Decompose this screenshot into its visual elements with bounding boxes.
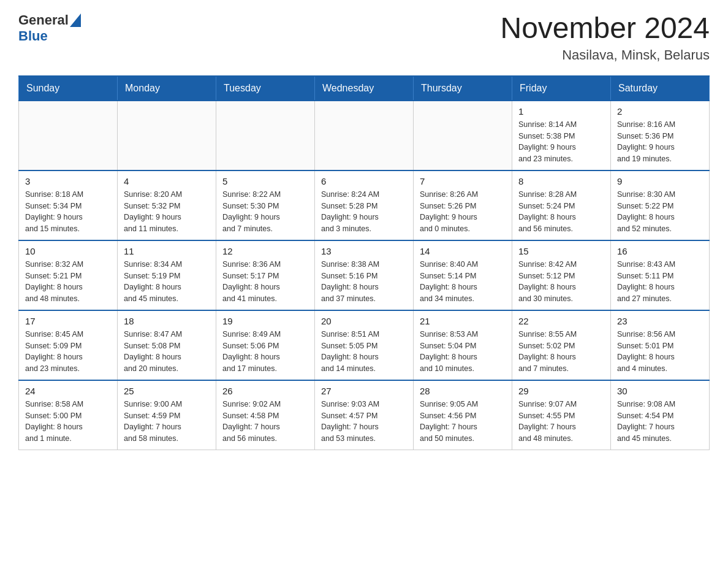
day-number: 18 <box>124 316 210 326</box>
day-info: Sunrise: 8:36 AM Sunset: 5:17 PM Dayligh… <box>222 259 308 305</box>
day-info: Sunrise: 8:49 AM Sunset: 5:06 PM Dayligh… <box>222 329 308 375</box>
calendar-cell: 19Sunrise: 8:49 AM Sunset: 5:06 PM Dayli… <box>216 310 315 380</box>
calendar-week-row: 3Sunrise: 8:18 AM Sunset: 5:34 PM Daylig… <box>19 170 710 240</box>
day-number: 29 <box>518 386 604 396</box>
day-info: Sunrise: 9:08 AM Sunset: 4:54 PM Dayligh… <box>617 399 703 445</box>
day-number: 26 <box>222 386 308 396</box>
calendar-cell: 11Sunrise: 8:34 AM Sunset: 5:19 PM Dayli… <box>118 240 216 310</box>
day-info: Sunrise: 8:26 AM Sunset: 5:26 PM Dayligh… <box>420 189 506 235</box>
day-number: 24 <box>25 386 111 396</box>
calendar-cell: 14Sunrise: 8:40 AM Sunset: 5:14 PM Dayli… <box>414 240 512 310</box>
day-number: 30 <box>617 386 703 396</box>
calendar-cell: 2Sunrise: 8:16 AM Sunset: 5:36 PM Daylig… <box>611 101 710 170</box>
day-number: 23 <box>617 316 703 326</box>
day-info: Sunrise: 8:43 AM Sunset: 5:11 PM Dayligh… <box>617 259 703 305</box>
day-info: Sunrise: 8:47 AM Sunset: 5:08 PM Dayligh… <box>124 329 210 375</box>
calendar-week-row: 1Sunrise: 8:14 AM Sunset: 5:38 PM Daylig… <box>19 101 710 170</box>
calendar-cell: 15Sunrise: 8:42 AM Sunset: 5:12 PM Dayli… <box>512 240 611 310</box>
calendar-cell: 30Sunrise: 9:08 AM Sunset: 4:54 PM Dayli… <box>611 380 710 450</box>
calendar-title: November 2024 <box>500 12 710 45</box>
calendar-cell: 4Sunrise: 8:20 AM Sunset: 5:32 PM Daylig… <box>118 170 216 240</box>
calendar-cell: 24Sunrise: 8:58 AM Sunset: 5:00 PM Dayli… <box>19 380 118 450</box>
day-number: 3 <box>25 176 111 186</box>
day-info: Sunrise: 9:03 AM Sunset: 4:57 PM Dayligh… <box>321 399 407 445</box>
day-number: 5 <box>222 176 308 186</box>
day-number: 11 <box>124 246 210 256</box>
calendar-cell: 18Sunrise: 8:47 AM Sunset: 5:08 PM Dayli… <box>118 310 216 380</box>
day-number: 19 <box>222 316 308 326</box>
day-number: 27 <box>321 386 407 396</box>
calendar-table: SundayMondayTuesdayWednesdayThursdayFrid… <box>18 75 710 450</box>
day-info: Sunrise: 8:22 AM Sunset: 5:30 PM Dayligh… <box>222 189 308 235</box>
day-info: Sunrise: 8:42 AM Sunset: 5:12 PM Dayligh… <box>518 259 604 305</box>
logo-general-text: General <box>18 12 69 28</box>
day-info: Sunrise: 8:14 AM Sunset: 5:38 PM Dayligh… <box>518 119 604 165</box>
day-number: 9 <box>617 176 703 186</box>
header: General Blue November 2024 Nasilava, Min… <box>18 12 710 63</box>
calendar-cell: 28Sunrise: 9:05 AM Sunset: 4:56 PM Dayli… <box>414 380 512 450</box>
day-number: 15 <box>518 246 604 256</box>
day-info: Sunrise: 9:07 AM Sunset: 4:55 PM Dayligh… <box>518 399 604 445</box>
day-number: 25 <box>124 386 210 396</box>
calendar-cell: 13Sunrise: 8:38 AM Sunset: 5:16 PM Dayli… <box>315 240 414 310</box>
day-number: 1 <box>518 106 604 117</box>
calendar-header-row: SundayMondayTuesdayWednesdayThursdayFrid… <box>19 76 710 101</box>
day-info: Sunrise: 8:58 AM Sunset: 5:00 PM Dayligh… <box>25 399 111 445</box>
day-number: 16 <box>617 246 703 256</box>
calendar-cell: 25Sunrise: 9:00 AM Sunset: 4:59 PM Dayli… <box>118 380 216 450</box>
calendar-subtitle: Nasilava, Minsk, Belarus <box>500 47 710 63</box>
calendar-cell: 16Sunrise: 8:43 AM Sunset: 5:11 PM Dayli… <box>611 240 710 310</box>
day-info: Sunrise: 8:28 AM Sunset: 5:24 PM Dayligh… <box>518 189 604 235</box>
day-header-monday: Monday <box>118 76 216 101</box>
calendar-cell: 9Sunrise: 8:30 AM Sunset: 5:22 PM Daylig… <box>611 170 710 240</box>
day-number: 20 <box>321 316 407 326</box>
calendar-week-row: 17Sunrise: 8:45 AM Sunset: 5:09 PM Dayli… <box>19 310 710 380</box>
day-number: 14 <box>420 246 506 256</box>
calendar-cell: 20Sunrise: 8:51 AM Sunset: 5:05 PM Dayli… <box>315 310 414 380</box>
calendar-cell: 17Sunrise: 8:45 AM Sunset: 5:09 PM Dayli… <box>19 310 118 380</box>
day-number: 28 <box>420 386 506 396</box>
day-header-thursday: Thursday <box>414 76 512 101</box>
day-number: 13 <box>321 246 407 256</box>
calendar-week-row: 24Sunrise: 8:58 AM Sunset: 5:00 PM Dayli… <box>19 380 710 450</box>
logo-blue-text: Blue <box>18 28 48 44</box>
calendar-cell: 12Sunrise: 8:36 AM Sunset: 5:17 PM Dayli… <box>216 240 315 310</box>
day-info: Sunrise: 8:18 AM Sunset: 5:34 PM Dayligh… <box>25 189 111 235</box>
day-number: 7 <box>420 176 506 186</box>
day-info: Sunrise: 9:05 AM Sunset: 4:56 PM Dayligh… <box>420 399 506 445</box>
calendar-cell: 10Sunrise: 8:32 AM Sunset: 5:21 PM Dayli… <box>19 240 118 310</box>
day-number: 21 <box>420 316 506 326</box>
day-number: 10 <box>25 246 111 256</box>
day-header-saturday: Saturday <box>611 76 710 101</box>
day-info: Sunrise: 8:53 AM Sunset: 5:04 PM Dayligh… <box>420 329 506 375</box>
day-header-tuesday: Tuesday <box>216 76 315 101</box>
day-info: Sunrise: 8:51 AM Sunset: 5:05 PM Dayligh… <box>321 329 407 375</box>
calendar-cell <box>315 101 414 170</box>
day-header-sunday: Sunday <box>19 76 118 101</box>
day-info: Sunrise: 8:45 AM Sunset: 5:09 PM Dayligh… <box>25 329 111 375</box>
calendar-cell: 23Sunrise: 8:56 AM Sunset: 5:01 PM Dayli… <box>611 310 710 380</box>
title-area: November 2024 Nasilava, Minsk, Belarus <box>500 12 710 63</box>
day-info: Sunrise: 8:32 AM Sunset: 5:21 PM Dayligh… <box>25 259 111 305</box>
day-number: 22 <box>518 316 604 326</box>
day-info: Sunrise: 8:40 AM Sunset: 5:14 PM Dayligh… <box>420 259 506 305</box>
calendar-cell: 7Sunrise: 8:26 AM Sunset: 5:26 PM Daylig… <box>414 170 512 240</box>
calendar-cell: 22Sunrise: 8:55 AM Sunset: 5:02 PM Dayli… <box>512 310 611 380</box>
day-info: Sunrise: 8:34 AM Sunset: 5:19 PM Dayligh… <box>124 259 210 305</box>
day-number: 17 <box>25 316 111 326</box>
day-info: Sunrise: 8:24 AM Sunset: 5:28 PM Dayligh… <box>321 189 407 235</box>
day-info: Sunrise: 8:55 AM Sunset: 5:02 PM Dayligh… <box>518 329 604 375</box>
day-number: 4 <box>124 176 210 186</box>
day-info: Sunrise: 9:02 AM Sunset: 4:58 PM Dayligh… <box>222 399 308 445</box>
calendar-cell <box>414 101 512 170</box>
calendar-cell <box>19 101 118 170</box>
calendar-cell: 21Sunrise: 8:53 AM Sunset: 5:04 PM Dayli… <box>414 310 512 380</box>
calendar-cell: 6Sunrise: 8:24 AM Sunset: 5:28 PM Daylig… <box>315 170 414 240</box>
calendar-cell <box>118 101 216 170</box>
calendar-cell <box>216 101 315 170</box>
day-info: Sunrise: 8:56 AM Sunset: 5:01 PM Dayligh… <box>617 329 703 375</box>
calendar-cell: 1Sunrise: 8:14 AM Sunset: 5:38 PM Daylig… <box>512 101 611 170</box>
calendar-cell: 26Sunrise: 9:02 AM Sunset: 4:58 PM Dayli… <box>216 380 315 450</box>
day-number: 12 <box>222 246 308 256</box>
day-header-wednesday: Wednesday <box>315 76 414 101</box>
